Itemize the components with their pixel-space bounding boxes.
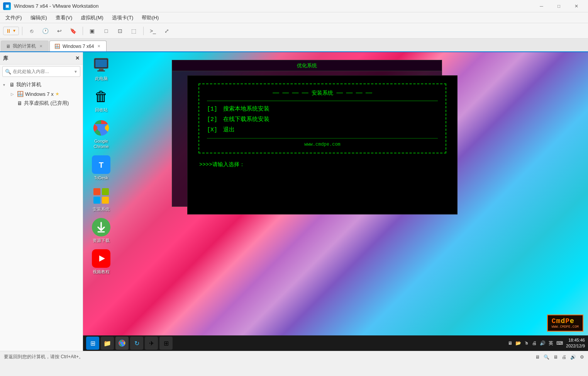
tab-windows7-close[interactable]: ✕: [96, 44, 102, 49]
desktop-icon-my-computer[interactable]: 此电脑: [88, 56, 115, 81]
title-bar-controls: ─ □ ✕: [533, 0, 585, 12]
view-no-border-button[interactable]: ⬚: [128, 25, 140, 37]
terminal-divider: [207, 100, 438, 101]
sidebar-search-bar[interactable]: 🔍 ▼: [2, 66, 80, 77]
desktop-icon-chrome[interactable]: GoogleChrome: [88, 119, 115, 149]
date-display: 2022/12/9: [566, 343, 585, 349]
tray-keyboard-icon: ⌨: [556, 340, 563, 346]
tree-sub: ▷ 🪟 Windows 7 x ★ 🖥 共享虚拟机 (已弃用): [0, 89, 83, 108]
pause-button[interactable]: ⏸ ▼: [3, 27, 19, 35]
manage-snapshots-button[interactable]: 🔖: [67, 25, 80, 37]
tab-windows7[interactable]: 🪟 Windows 7 x64 ✕: [49, 41, 107, 51]
svg-point-6: [98, 125, 104, 131]
tab-windows7-icon: 🪟: [54, 44, 60, 49]
download-label: 资源下载: [93, 238, 110, 243]
restore-button[interactable]: □: [550, 0, 568, 12]
install-svg: [93, 187, 110, 204]
menu-edit[interactable]: 编辑(E): [27, 13, 51, 23]
send-ctrl-alt-del-button[interactable]: ⎋: [25, 25, 38, 37]
view-unity-button[interactable]: □: [100, 25, 112, 37]
cmdpe-sub-text: WWW.CMDPE.COM: [552, 325, 579, 329]
tab-my-computer-icon: 🖥: [6, 44, 10, 49]
terminal-option-2: [2] 在线下载系统安装: [207, 114, 438, 124]
pause-dropdown-icon: ▼: [12, 29, 16, 33]
vm-taskbar-icon-refresh[interactable]: ↻: [130, 337, 143, 350]
vm-screen[interactable]: 此电脑 🗑 回收站: [83, 52, 588, 351]
terminal-option-1: [1] 搜索本地系统安装: [207, 104, 438, 114]
video-label: 视频教程: [93, 269, 110, 274]
vm-taskbar-icon-telegram[interactable]: ✈: [145, 337, 158, 350]
minimize-button[interactable]: ─: [533, 0, 550, 12]
my-computer-icon-img: [92, 56, 110, 75]
vm-desktop: 此电脑 🗑 回收站: [83, 52, 588, 351]
option-2-label: 在线下载系统安装: [223, 116, 269, 123]
title-bar: ▣ Windows 7 x64 - VMware Workstation ─ □…: [0, 0, 588, 12]
sidebar-title: 库: [3, 55, 8, 62]
vm-taskbar-icon-explorer[interactable]: 📁: [101, 337, 114, 350]
monitor-svg: [93, 57, 110, 74]
sidebar-desktop-icons: [0, 106, 83, 110]
desktop-icon-video[interactable]: 视频教程: [88, 249, 115, 274]
menu-file[interactable]: 文件(F): [2, 13, 26, 23]
my-computer-label: 此电脑: [95, 76, 108, 81]
menu-vm[interactable]: 虚拟机(M): [77, 13, 107, 23]
cmdpe-watermark: CmdPe WWW.CMDPE.COM: [547, 315, 583, 332]
terminal-watermark: www.cmdpe.com: [207, 142, 438, 147]
desktop-icon-install-system[interactable]: 安装系统: [88, 187, 115, 212]
vm-icon: 🪟: [17, 91, 24, 97]
settings-button[interactable]: ⤢: [161, 25, 173, 37]
tab-my-computer[interactable]: 🖥 我的计算机 ✕: [1, 41, 49, 51]
toolbar-sep-1: [22, 27, 22, 35]
vm-main-row: 库 ✕ 🔍 ▼ ▾ 🖥 我的计算机 ▷ 🪟: [0, 52, 588, 351]
svg-rect-11: [93, 197, 100, 204]
computer-icon: 🖥: [9, 82, 15, 88]
recycle-bin-label: 回收站: [95, 107, 108, 112]
terminal-divider-2: [207, 138, 438, 139]
app-logo: ▣: [3, 2, 11, 10]
tray-volume-icon: 🔊: [540, 340, 546, 346]
tab-windows7-label: Windows 7 x64: [63, 44, 94, 49]
menu-tab[interactable]: 选项卡(T): [108, 13, 137, 23]
svg-rect-2: [99, 69, 103, 70]
toolbar-sep-3: [143, 27, 144, 35]
chrome-label: GoogleChrome: [93, 139, 108, 149]
tab-my-computer-close[interactable]: ✕: [38, 44, 44, 49]
download-svg: [93, 219, 110, 236]
menu-help[interactable]: 帮助(H): [138, 13, 163, 23]
taskbar-time: 18:45:46 2022/12/9: [566, 337, 585, 349]
close-button[interactable]: ✕: [568, 0, 585, 12]
tabs-bar: 🖥 我的计算机 ✕ 🪟 Windows 7 x64 ✕: [0, 39, 588, 52]
vm-taskbar-right: 🖥 📂 🖱 🖨 🔊 英 ⌨ 18:45:46 2022/12/9: [508, 337, 585, 349]
terminal-front-window[interactable]: ── ── ── ── 安装系统 ── ── ── ── [1] 搜索本地系统安…: [187, 75, 458, 214]
todesk-label: ToDesk: [94, 175, 108, 180]
desktop-icon-download[interactable]: 资源下载: [88, 218, 115, 243]
star-icon: ★: [55, 91, 59, 97]
sidebar-tree: ▾ 🖥 我的计算机 ▷ 🪟 Windows 7 x ★ 🖥 共享虚拟机 (已弃用: [0, 78, 83, 109]
shared-vm-icon: 🖥: [17, 100, 22, 106]
vm-taskbar-icon-chrome[interactable]: [115, 337, 129, 350]
desktop-icon-recycle[interactable]: 🗑 回收站: [88, 87, 115, 112]
vm-taskbar-icon-install[interactable]: ⊞: [159, 337, 173, 350]
terminal-prompt: >>>>请输入选择：: [199, 161, 457, 168]
status-icon-6: ⚙: [580, 354, 584, 360]
recycle-bin-icon-img: 🗑: [92, 87, 110, 106]
tree-item-vm[interactable]: ▷ 🪟 Windows 7 x ★: [8, 89, 83, 99]
desktop-icon-todesk[interactable]: T ToDesk: [88, 155, 115, 180]
terminal-button[interactable]: >_: [147, 25, 159, 37]
sidebar-close-icon[interactable]: ✕: [75, 55, 80, 61]
restore-snapshot-button[interactable]: ↩: [53, 25, 66, 37]
option-1-key: [1]: [207, 106, 223, 112]
svg-rect-9: [93, 188, 100, 195]
search-input[interactable]: [13, 69, 72, 74]
tree-item-my-computer[interactable]: ▾ 🖥 我的计算机: [0, 80, 83, 89]
option-x-key: [X]: [207, 127, 223, 133]
take-snapshot-button[interactable]: 🕐: [39, 25, 52, 37]
svg-rect-12: [102, 197, 109, 204]
sidebar: 库 ✕ 🔍 ▼ ▾ 🖥 我的计算机 ▷ 🪟: [0, 52, 83, 351]
menu-view[interactable]: 查看(V): [52, 13, 76, 23]
view-normal-button[interactable]: ▣: [86, 25, 98, 37]
view-full-screen-button[interactable]: ⊡: [114, 25, 126, 37]
menu-bar: 文件(F) 编辑(E) 查看(V) 虚拟机(M) 选项卡(T) 帮助(H): [0, 12, 588, 23]
search-dropdown-icon[interactable]: ▼: [74, 70, 78, 74]
vm-start-button[interactable]: ⊞: [86, 337, 99, 350]
